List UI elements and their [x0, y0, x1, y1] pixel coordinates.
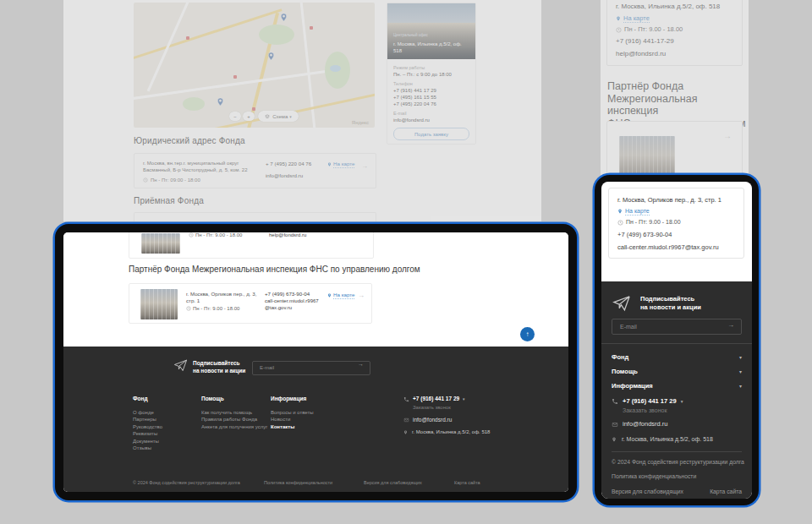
footer-phone-row[interactable]: +7 (916) 441 17 29 ▾ — [612, 397, 683, 405]
yandex-map[interactable]: − + Схема ▾ Яндекс — [134, 3, 375, 128]
footer-phone-row[interactable]: +7 (916) 441 17 29 ▾ — [403, 396, 490, 402]
subscribe-submit-arrow[interactable]: → — [358, 361, 364, 367]
office-photo-tag: Центральный офис — [393, 33, 428, 37]
map-attribution: Яндекс — [352, 120, 369, 125]
map-pin-marker[interactable] — [266, 50, 276, 63]
sitemap-link[interactable]: Карта сайта — [710, 489, 742, 494]
callback-link[interactable]: Заказать звонок — [623, 407, 667, 413]
legal-phone[interactable]: + 7 (495) 220 04 76 — [266, 161, 311, 166]
footer-link[interactable]: Правила работы Фонда — [201, 416, 267, 423]
legal-email[interactable]: info@fondsrd.ru — [266, 172, 303, 178]
privacy-link[interactable]: Политика конфиденциальности — [612, 473, 696, 479]
footer-divider — [612, 451, 742, 452]
map-pin-marker[interactable] — [279, 11, 288, 24]
footer-link[interactable]: Как получить помощь — [201, 409, 267, 417]
map-metro-mark — [310, 26, 313, 30]
footer-column-title: Фонд — [133, 396, 162, 403]
office-email[interactable]: call-center.miudol.r9967@tax.gov.ru — [617, 243, 719, 251]
footer-address-row: г. Москва, Ильинка д.5/2, оф. 518 — [612, 436, 713, 443]
accessibility-link[interactable]: Версия для слабовидящих — [364, 480, 422, 485]
pin-icon — [612, 436, 617, 443]
phone-frame: г. Москва, Орликов пер., д. 3, стр. 1 На… — [595, 175, 759, 505]
partner-building-photo — [619, 136, 675, 178]
chevron-down-icon: ▾ — [739, 368, 742, 374]
footer-link[interactable]: Новости — [271, 416, 314, 423]
card-arrow[interactable]: → — [358, 292, 365, 299]
card-arrow[interactable]: → — [723, 131, 732, 140]
legal-address-title: Юридический адрес Фонда — [134, 136, 245, 145]
subscribe-text: Подписывайтесь на новости и акции — [193, 359, 245, 374]
menu-item-fund[interactable]: Фонд ▾ — [612, 353, 742, 361]
chevron-down-icon: ▾ — [739, 354, 742, 360]
paper-plane-icon — [612, 294, 631, 313]
map-zoom-out-button[interactable]: − — [229, 112, 241, 121]
partner-map-link[interactable]: На карте — [327, 292, 354, 299]
phone-icon — [612, 398, 618, 405]
map-park — [259, 25, 294, 45]
paper-plane-icon — [173, 358, 188, 373]
sitemap-link[interactable]: Карта сайта — [454, 480, 480, 485]
phone-number[interactable]: +7 (495) 220 04 76 — [393, 101, 469, 106]
tablet-frame: Пн - Пт: 9.00 - 18.00 help@fondsrd.ru Па… — [55, 224, 577, 500]
callback-link[interactable]: Заказать звонок — [413, 405, 490, 410]
partner-phone[interactable]: +7 (499) 673-90-04 — [265, 291, 310, 297]
map-park — [183, 97, 205, 111]
map-link[interactable]: На карте — [616, 14, 650, 23]
footer-column-title: Помощь — [201, 396, 267, 403]
footer-link[interactable]: Партнеры — [133, 416, 162, 423]
footer-contacts: +7 (916) 441 17 29 ▾ Заказать звонок inf… — [403, 396, 490, 435]
map-layers-button[interactable]: Схема ▾ — [258, 111, 299, 122]
clock-icon — [143, 177, 148, 183]
footer-link[interactable]: Вопросы и ответы — [271, 409, 314, 417]
map-pin-marker[interactable] — [216, 96, 225, 108]
clock-icon — [616, 27, 622, 33]
footer-email-row[interactable]: info@fondsrd.ru — [612, 420, 667, 428]
reception-email[interactable]: help@fondsrd.ru — [269, 232, 306, 237]
hours-value: Пн. – Пт.: с 9:00 до 18:00 — [393, 72, 469, 77]
accessibility-link[interactable]: Версия для слабовидящих — [612, 489, 683, 494]
office-email[interactable]: help@fondsrd.ru — [616, 50, 666, 57]
envelope-icon — [403, 418, 409, 423]
email-value[interactable]: info@fondsrd.ru — [393, 117, 469, 123]
clock-icon — [617, 220, 623, 226]
hours-label: Режим работы — [393, 65, 469, 70]
legal-address-card: г. Москва, вн.тер.г. муниципальный округ… — [134, 153, 376, 188]
legal-map-link[interactable]: На карте — [327, 161, 354, 168]
map-zoom-in-button[interactable]: + — [243, 112, 255, 121]
footer-link[interactable]: Документы — [133, 438, 162, 445]
phone-number[interactable]: +7 (916) 441 17 29 — [393, 88, 469, 93]
partner-section-title: Партнёр Фонда Межрегиональная инспекция … — [129, 265, 420, 274]
footer-link-contacts-active[interactable]: Контакты — [271, 423, 314, 431]
footer-link[interactable]: О фонде — [133, 409, 162, 417]
scroll-top-button[interactable]: ↑ — [520, 327, 535, 341]
footer-link[interactable]: Анкета для получения услуг — [201, 423, 267, 431]
partner-email[interactable]: call-center.miudol.r9967@tax.gov.ru — [265, 298, 322, 311]
clock-icon — [186, 306, 191, 311]
partner-card[interactable]: → — [606, 121, 743, 180]
phone-icon — [403, 396, 409, 402]
map-road — [147, 3, 191, 91]
chevron-down-icon: ▾ — [289, 114, 292, 119]
phone-number[interactable]: +7 (495) 161 15 55 — [393, 95, 469, 100]
subscribe-submit-arrow[interactable]: → — [727, 321, 734, 329]
office-phone[interactable]: +7 (916) 441-17-29 — [616, 37, 674, 45]
footer-link[interactable]: Реквизиты — [133, 430, 162, 438]
central-office-card: Центральный офис г. Москва, Ильинка д.5/… — [387, 3, 476, 145]
footer-link[interactable]: Руководство — [133, 423, 162, 431]
privacy-link[interactable]: Политика конфиденциальности — [264, 480, 332, 485]
menu-item-help[interactable]: Помощь ▾ — [612, 368, 742, 375]
submit-request-button[interactable]: Подать заявку — [393, 128, 469, 140]
footer-link[interactable]: Отзывы — [133, 445, 162, 452]
footer-copyright: © 2024 Фонд содействия реструктуризации … — [133, 480, 240, 485]
menu-item-info[interactable]: Информация ▾ — [612, 382, 742, 390]
map-link[interactable]: На карте — [617, 208, 650, 216]
subscribe-email-input[interactable] — [612, 319, 742, 335]
card-arrow[interactable]: → — [361, 162, 368, 170]
partner-address: г. Москва, Орликов пер., д. 3, стр. 1 — [186, 291, 259, 303]
clock-icon — [189, 232, 194, 237]
office-photo: Центральный офис г. Москва, Ильинка д.5/… — [387, 3, 475, 59]
office-phone[interactable]: +7 (499) 673-90-04 — [617, 231, 672, 238]
footer-email-row[interactable]: info@fondsrd.ru — [403, 417, 490, 423]
subscribe-email-input[interactable] — [252, 361, 370, 375]
office-contact-card: г. Москва, Орликов пер., д. 3, стр. 1 На… — [608, 188, 744, 259]
